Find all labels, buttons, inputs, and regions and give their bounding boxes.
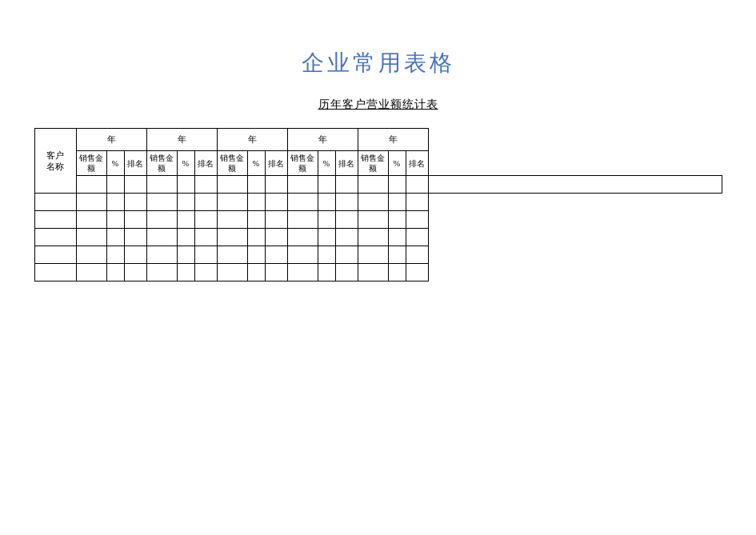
sales2-header: 销售金额 — [146, 151, 177, 176]
year2-header: 年 — [146, 129, 217, 151]
year-header-row: 客户名称 年 年 年 年 年 — [34, 129, 722, 151]
customer-cell — [34, 229, 76, 246]
pct1-header: % — [106, 151, 124, 176]
pct3-header: % — [247, 151, 265, 176]
customer-cell — [76, 176, 106, 194]
main-title: 企业常用表格 — [302, 48, 455, 78]
subheader-row: 销售金额 % 排名 销售金额 % 排名 销售金额 % 排名 销售金额 % 排名 … — [34, 151, 722, 176]
pct4-header: % — [318, 151, 335, 176]
table-wrapper: 客户名称 年 年 年 年 年 销售金额 % 排名 销售金额 % 排名 销售金 — [34, 128, 722, 281]
sales1-header: 销售金额 — [76, 151, 106, 176]
customer-cell — [34, 211, 76, 229]
table-row — [34, 246, 722, 264]
customer-cell — [34, 194, 76, 211]
rank5-header: 排名 — [406, 151, 428, 176]
rank1-header: 排名 — [124, 151, 146, 176]
pct2-header: % — [177, 151, 194, 176]
table-row — [34, 211, 722, 229]
year1-header: 年 — [76, 129, 146, 151]
sales5-header: 销售金额 — [358, 151, 388, 176]
table-row — [34, 229, 722, 246]
table-row — [34, 194, 722, 211]
rank4-header: 排名 — [335, 151, 358, 176]
customer-name-header: 客户名称 — [34, 129, 76, 194]
customer-cell — [34, 264, 76, 281]
page: 企业常用表格 历年客户营业额统计表 客户名称 年 年 年 年 年 销售金额 % — [0, 0, 756, 535]
sub-title: 历年客户营业额统计表 — [318, 98, 438, 112]
pct5-header: % — [388, 151, 406, 176]
customer-cell — [34, 246, 76, 264]
sales4-header: 销售金额 — [287, 151, 318, 176]
year5-header: 年 — [358, 129, 428, 151]
sales3-header: 销售金额 — [217, 151, 247, 176]
stats-table: 客户名称 年 年 年 年 年 销售金额 % 排名 销售金额 % 排名 销售金 — [34, 128, 722, 281]
year3-header: 年 — [217, 129, 287, 151]
table-row — [34, 176, 722, 194]
year4-header: 年 — [287, 129, 358, 151]
table-row — [34, 264, 722, 281]
rank2-header: 排名 — [194, 151, 217, 176]
rank3-header: 排名 — [265, 151, 287, 176]
